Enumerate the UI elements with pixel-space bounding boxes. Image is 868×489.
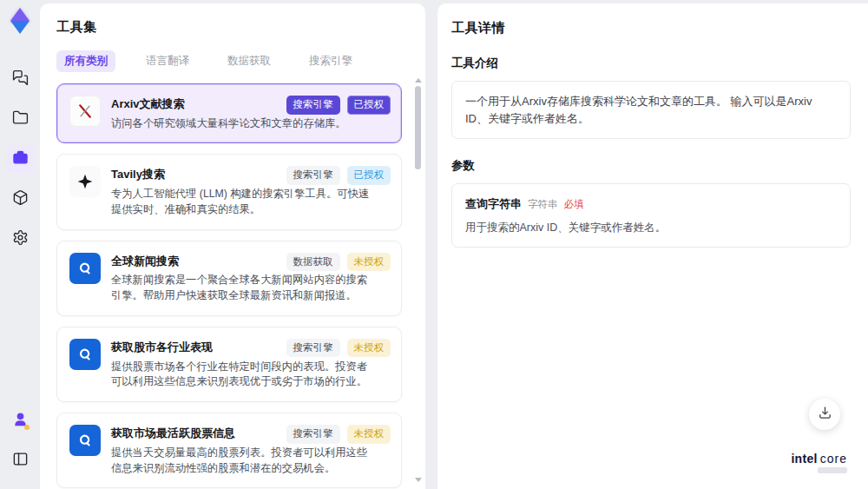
- list-scrollbar[interactable]: [414, 78, 421, 482]
- chat-icon: [12, 69, 29, 89]
- tool-description: 全球新闻搜索是一个聚合全球各大新闻网站内容的搜索引擎。帮助用户快速获取全球最新资…: [111, 273, 377, 304]
- folder-icon: [12, 109, 29, 129]
- intel-core-wordmark: intel core: [791, 452, 847, 466]
- app-window: 工具集 所有类别 语言翻译 数据获取 搜索引擎 Arxiv文献搜索 访问各个研究…: [0, 0, 868, 489]
- sidebar-item-files[interactable]: [6, 105, 34, 133]
- tool-card-list: Arxiv文献搜索 访问各个研究领域大量科学论文和文章的存储库。 搜索引擎 已授…: [56, 83, 402, 489]
- intel-badge-bar: [818, 467, 847, 473]
- q-search-icon: [69, 339, 101, 370]
- detail-title: 工具详情: [451, 20, 851, 36]
- param-type: 字符串: [528, 197, 558, 212]
- notification-dot: [24, 425, 30, 430]
- cube-icon: [12, 189, 29, 209]
- tool-card-arxiv[interactable]: Arxiv文献搜索 访问各个研究领域大量科学论文和文章的存储库。 搜索引擎 已授…: [56, 83, 402, 143]
- scroll-down-icon[interactable]: [415, 478, 422, 482]
- scrollbar-thumb[interactable]: [415, 86, 421, 169]
- category-badge: 搜索引擎: [286, 96, 340, 115]
- content-area: 工具集 所有类别 语言翻译 数据获取 搜索引擎 Arxiv文献搜索 访问各个研究…: [40, 0, 868, 489]
- tool-list-panel: 工具集 所有类别 语言翻译 数据获取 搜索引擎 Arxiv文献搜索 访问各个研究…: [40, 3, 425, 489]
- status-badge: 已授权: [347, 96, 391, 115]
- status-badge: 已授权: [347, 166, 391, 185]
- tool-card-active-stocks[interactable]: 获取市场最活跃股票信息 提供当天交易量最高的股票列表。投资者可以利用这些信息来识…: [56, 413, 402, 488]
- sparkle-icon: [69, 166, 101, 197]
- intel-core-logo: intel core: [791, 452, 847, 473]
- q-search-icon: [69, 425, 101, 456]
- app-logo-diamond-icon[interactable]: [7, 7, 33, 36]
- tool-description: 专为人工智能代理 (LLM) 构建的搜索引擎工具。可快速提供实时、准确和真实的结…: [111, 187, 377, 218]
- sidebar-item-toolbox[interactable]: [6, 145, 34, 173]
- tab-all-categories[interactable]: 所有类别: [56, 50, 115, 72]
- tool-intro-box: 一个用于从Arxiv存储库搜索科学论文和文章的工具。 输入可以是Arxiv ID…: [451, 81, 851, 139]
- param-box: 查询字符串 字符串 必填 用于搜索的Arxiv ID、关键字或作者姓名。: [451, 183, 851, 248]
- panel-toggle-icon: [12, 451, 29, 471]
- tool-description: 访问各个研究领域大量科学论文和文章的存储库。: [111, 116, 377, 132]
- sidebar-item-chat[interactable]: [6, 65, 34, 93]
- download-icon: [818, 406, 832, 424]
- arxiv-icon: [69, 96, 101, 127]
- status-badge: 未授权: [347, 339, 391, 358]
- download-button[interactable]: [809, 399, 840, 430]
- q-search-icon: [69, 253, 101, 284]
- status-badge: 未授权: [347, 253, 391, 272]
- sidebar-item-packages[interactable]: [6, 185, 34, 213]
- category-badge: 搜索引擎: [286, 339, 340, 358]
- param-description: 用于搜索的Arxiv ID、关键字或作者姓名。: [465, 220, 837, 236]
- page-title: 工具集: [56, 19, 408, 36]
- category-badge: 搜索引擎: [286, 425, 340, 444]
- tool-description: 提供当天交易量最高的股票列表。投资者可以利用这些信息来识别流动性强的股票和潜在的…: [111, 446, 377, 477]
- param-required-badge: 必填: [564, 197, 584, 212]
- tool-card-stock-sectors[interactable]: 获取股市各行业表现 提供股票市场各个行业在特定时间段内的表现。投资者可以利用这些…: [56, 327, 402, 402]
- sidebar-item-settings[interactable]: [6, 225, 34, 253]
- tab-translation[interactable]: 语言翻译: [138, 50, 197, 72]
- scroll-up-icon[interactable]: [415, 78, 422, 83]
- tool-card-tavily[interactable]: Tavily搜索 专为人工智能代理 (LLM) 构建的搜索引擎工具。可快速提供实…: [56, 154, 402, 229]
- params-heading: 参数: [451, 158, 851, 174]
- icon-rail: [0, 0, 40, 489]
- tool-description: 提供股票市场各个行业在特定时间段内的表现。投资者可以利用这些信息来识别表现优于或…: [111, 360, 377, 391]
- briefcase-icon: [12, 149, 29, 169]
- sidebar-item-account[interactable]: [6, 406, 34, 434]
- tool-detail-panel: 工具详情 工具介绍 一个用于从Arxiv存储库搜索科学论文和文章的工具。 输入可…: [437, 3, 868, 489]
- status-badge: 未授权: [347, 425, 391, 444]
- param-name: 查询字符串: [465, 195, 522, 213]
- category-tabs: 所有类别 语言翻译 数据获取 搜索引擎: [56, 50, 408, 72]
- category-badge: 搜索引擎: [286, 166, 340, 185]
- tool-card-global-news[interactable]: 全球新闻搜索 全球新闻搜索是一个聚合全球各大新闻网站内容的搜索引擎。帮助用户快速…: [56, 241, 402, 316]
- gear-icon: [12, 229, 29, 249]
- sidebar-item-panel-toggle[interactable]: [6, 446, 34, 474]
- tab-data-fetch[interactable]: 数据获取: [220, 50, 279, 72]
- tab-search-engine[interactable]: 搜索引擎: [301, 50, 360, 72]
- intro-heading: 工具介绍: [451, 56, 851, 71]
- category-badge: 数据获取: [286, 253, 340, 272]
